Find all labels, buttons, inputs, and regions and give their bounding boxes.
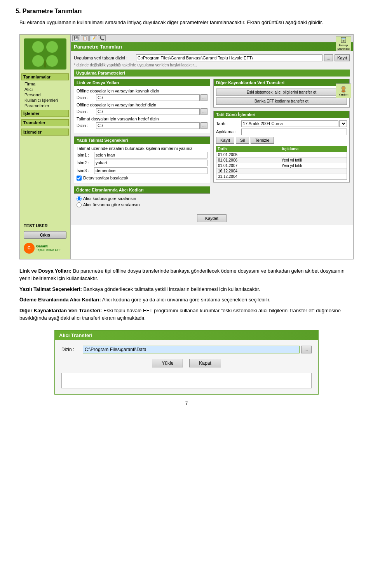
link-dosya-panel: Link ve Dosya Yolları Offline dosyalar i… — [74, 79, 210, 133]
link-dosya-title: Link ve Dosya Yolları — [74, 79, 210, 86]
transfer-btn2[interactable]: Banka EFT kodlarını transfer et — [216, 97, 347, 105]
isim1-input[interactable] — [94, 152, 207, 158]
tarih-select[interactable]: ▼ — [339, 120, 347, 127]
yardim-label: Yardım — [338, 93, 348, 96]
detay-checkbox-row: Detay sayfası basılacak — [77, 176, 207, 181]
doc-para-2: Yazılı Talimat Seçenekleri: Bankaya gönd… — [19, 285, 354, 293]
toolbar-path-label: Uygulama veri tabanı dizini : — [74, 56, 136, 60]
radio1-input[interactable] — [77, 196, 82, 201]
holiday-row-3[interactable]: 16.12.2004 — [216, 169, 347, 174]
holiday-desc-0 — [282, 153, 345, 157]
page-heading: 5. Parametre Tanımları — [16, 8, 357, 15]
detay-checkbox[interactable] — [77, 176, 82, 181]
alici-browse-btn[interactable]: ... — [301, 346, 312, 353]
sidebar-item-firma[interactable]: Firma — [21, 81, 69, 87]
kayit-btn[interactable]: Kayıt — [216, 137, 234, 144]
tarih-input[interactable] — [241, 120, 338, 127]
sil-btn[interactable]: Sil — [236, 137, 249, 144]
tatil-action-btns: Kayıt Sil Temizle — [216, 137, 347, 144]
offline-dst-label: Offline dosyalar için varsayılan hedef d… — [77, 103, 207, 107]
doc-para-4: Diğer Kaynaklardan Veri Transferi: Eski … — [19, 307, 354, 322]
offline-src-browse[interactable]: ... — [200, 94, 207, 101]
kaydet-button[interactable]: Kaydet — [197, 214, 227, 222]
radio2-label: Alıcı ünvanına göre sıralansın — [83, 202, 140, 207]
hesap-makinesi-btn[interactable]: HesapMakinesi — [336, 36, 351, 51]
doc-para-2-bold: Yazılı Talimat Seçenekleri: — [19, 286, 82, 292]
user-label: TEST USER — [21, 222, 69, 230]
garanti-sub-text: Toplu Havale EFT — [36, 248, 61, 252]
sidebar-item-parametreler[interactable]: Parametreler — [21, 103, 69, 108]
isim2-input[interactable] — [94, 160, 207, 166]
offline-src-input[interactable] — [96, 94, 200, 101]
talimat-dst-input[interactable] — [96, 122, 200, 129]
holiday-col1-header: Tarih — [218, 147, 282, 151]
holiday-row-2[interactable]: 01.01.2007 Yeni yıl tatili — [216, 163, 347, 169]
doc-para-1: Link ve Dosya Yolları: Bu parametre tipi… — [19, 267, 354, 282]
holiday-row-0[interactable]: 01.01.2005 — [216, 152, 347, 158]
aciklama-input[interactable] — [241, 129, 347, 135]
svg-point-9 — [342, 90, 345, 92]
app-logo — [24, 38, 66, 70]
sidebar-item-personel[interactable]: Personel — [21, 92, 69, 97]
garanti-logo: G Garanti Toplu Havale EFT — [21, 241, 69, 255]
left-column: Link ve Dosya Yolları Offline dosyalar i… — [74, 79, 210, 211]
sidebar-transferler-label: Transferler — [21, 119, 69, 126]
garanti-icon: G — [24, 243, 35, 254]
cikis-button[interactable]: Çıkış — [24, 231, 66, 239]
right-column: Diğer Kaynaklardan Veri Transferi Eski s… — [213, 79, 350, 211]
intro-paragraph: Bu ekranda uygulamanın kullanılması sıra… — [19, 19, 354, 26]
alici-transferi-window: Alıcı Transferi Dizin : ... Yükle Kapat — [54, 330, 319, 395]
svg-point-7 — [345, 41, 345, 42]
yukle-btn[interactable]: Yükle — [152, 359, 183, 367]
tatil-body: Tarih : ▼ Açıklama : Kayıt Sil — [214, 118, 349, 182]
offline-dst-browse[interactable]: ... — [200, 108, 207, 115]
isim3-input[interactable] — [94, 167, 207, 174]
holiday-section: Tarih Açıklama 01.01.2005 01.0 — [216, 146, 347, 180]
holiday-row-1[interactable]: 01.01.2006 Yeni yıl tatili — [216, 158, 347, 163]
alici-action-row: Yükle Kapat — [61, 359, 312, 367]
toolbar-icon-2[interactable]: 📋 — [81, 35, 89, 41]
yazili-talimat-title: Yazılı Talimat Seçenekleri — [74, 137, 210, 144]
toolbar-path-input[interactable] — [136, 54, 322, 61]
holiday-desc-1: Yeni yıl tatili — [282, 158, 345, 162]
alici-dizin-input[interactable] — [83, 346, 300, 353]
content-body: Uygulama veri tabanı dizini : ... Kayıt … — [71, 51, 353, 225]
holiday-row-4[interactable]: 31.12.2004 — [216, 174, 347, 179]
yazili-talimat-body: Talimat üzerinde imzaları bulunacak kişi… — [74, 144, 210, 183]
tatil-panel: Tatil Günü İşlemleri Tarih : ▼ Açıklama … — [213, 111, 350, 183]
holiday-date-3: 16.12.2004 — [218, 169, 282, 173]
yardim-btn[interactable]: Yardım — [336, 84, 351, 98]
sidebar-izlemeler-label: İzlemeler — [21, 129, 69, 136]
window-title: Parametre Tanımları — [71, 42, 353, 51]
talimat-dst-browse[interactable]: ... — [200, 122, 207, 129]
toolbar-icon-1[interactable]: 💾 — [72, 35, 80, 41]
hesap-makinesi-label: HesapMakinesi — [337, 43, 350, 50]
toolbar-icon-3[interactable]: 📝 — [89, 35, 97, 41]
isim2-label: İsim2 : — [77, 160, 94, 165]
radio1-row: Alıcı koduna göre sıralansın — [77, 196, 207, 201]
svg-point-6 — [343, 41, 344, 42]
offline-src-row: Dizin : ... — [77, 94, 207, 101]
isim3-label: İsim3 : — [77, 168, 94, 173]
holiday-table: 01.01.2005 01.01.2006 Yeni yıl tatili 01… — [216, 152, 347, 180]
temizle-btn[interactable]: Temizle — [251, 137, 274, 144]
diger-kaynaklar-body: Eski sistemdeki alıcı bilgilerini transf… — [214, 86, 349, 107]
tatil-title: Tatil Günü İşlemleri — [214, 111, 349, 118]
sidebar-item-kullanici[interactable]: Kullanıcı İşlemleri — [21, 97, 69, 103]
toolbar-icon-4[interactable]: 📞 — [98, 35, 106, 41]
alici-dizin-label: Dizin : — [61, 347, 83, 352]
sidebar-item-alici[interactable]: Alıcı — [21, 87, 69, 92]
toolbar-icons: 💾 📋 📝 📞 — [72, 35, 106, 41]
holiday-header: Tarih Açıklama — [216, 146, 347, 152]
holiday-desc-2: Yeni yıl tatili — [282, 164, 345, 168]
diger-kaynaklar-title: Diğer Kaynaklardan Veri Transferi — [214, 79, 349, 86]
offline-dst-input[interactable] — [96, 108, 200, 115]
doc-text-section: Link ve Dosya Yolları: Bu parametre tipi… — [19, 267, 354, 322]
toolbar-browse-btn[interactable]: ... — [324, 54, 333, 61]
kapat-btn[interactable]: Kapat — [189, 359, 221, 367]
transfer-btn1[interactable]: Eski sistemdeki alıcı bilgilerini transf… — [216, 89, 347, 96]
radio2-input[interactable] — [77, 202, 82, 207]
holiday-date-2: 01.01.2007 — [218, 164, 282, 168]
calculator-icon — [340, 37, 347, 43]
odeme-section-title: Ödeme Ekranlarında Alıcı Kodları — [74, 186, 210, 193]
